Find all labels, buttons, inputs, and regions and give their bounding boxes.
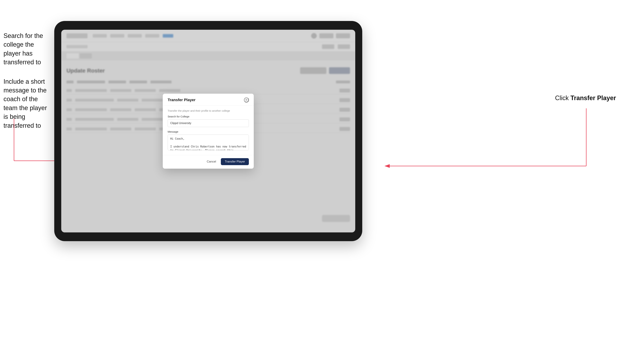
annotation-text-1: Search for the college the player has tr… (4, 32, 43, 66)
tablet-screen: Update Roster (61, 30, 355, 232)
modal-body: Transfer the player and their profile to… (163, 106, 254, 155)
transfer-player-button[interactable]: Transfer Player (221, 158, 249, 165)
modal-footer: Cancel Transfer Player (163, 155, 254, 169)
annotation-right-prefix: Click (555, 94, 570, 102)
modal-close-button[interactable]: × (244, 98, 249, 102)
cancel-button[interactable]: Cancel (204, 159, 218, 165)
message-textarea[interactable]: Hi Coach, I understand Chris Robertson h… (168, 135, 249, 150)
modal-overlay: Transfer Player × Transfer the player an… (61, 30, 355, 232)
college-search-input[interactable] (168, 119, 249, 127)
annotation-right: Click Transfer Player (555, 94, 616, 102)
annotation-text-2: Include a short message to the coach of … (4, 78, 47, 129)
modal-header: Transfer Player × (163, 94, 254, 106)
modal-subtitle: Transfer the player and their profile to… (168, 109, 249, 112)
tablet-frame: Update Roster (54, 21, 362, 241)
college-label: Search for College (168, 115, 249, 118)
annotation-right-bold: Transfer Player (570, 94, 616, 102)
message-label: Message (168, 130, 249, 133)
annotation-left: Search for the college the player has tr… (4, 31, 52, 130)
modal-title: Transfer Player (168, 98, 196, 102)
transfer-player-modal: Transfer Player × Transfer the player an… (163, 94, 254, 169)
